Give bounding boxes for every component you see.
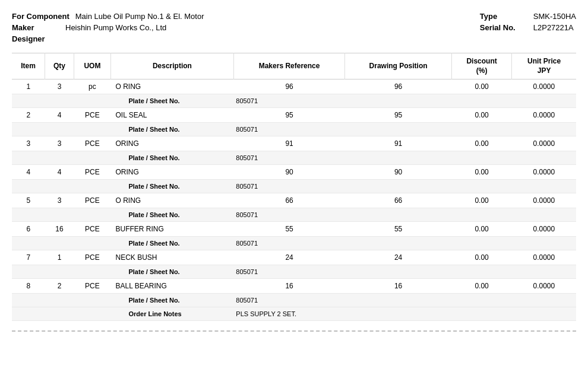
order-empty-3 (74, 307, 110, 321)
table-row: 8 2 PCE BALL BEARING 16 16 0.00 0.0000 (12, 279, 576, 294)
order-line-row: Order Line Notes PLS SUPPLY 2 SET. (12, 307, 576, 321)
plate-empty-2 (45, 237, 74, 250)
plate-empty-5 (451, 151, 511, 165)
cell-qty: 4 (45, 108, 74, 123)
cell-makers-ref: 16 (233, 279, 345, 294)
cell-drawing-pos: 16 (345, 279, 452, 294)
plate-empty-6 (512, 94, 576, 108)
plate-sheet-label: Plate / Sheet No. (110, 180, 233, 193)
plate-empty-4 (345, 208, 452, 222)
table-row: 4 4 PCE ORING 90 90 0.00 0.0000 (12, 165, 576, 180)
plate-empty-6 (512, 265, 576, 279)
cell-item: 6 (12, 222, 45, 237)
plate-sheet-value: 805071 (233, 208, 345, 222)
plate-sheet-value: 805071 (233, 265, 345, 279)
plate-sheet-value: 805071 (233, 94, 345, 108)
table-row: 2 4 PCE OIL SEAL 95 95 0.00 0.0000 (12, 108, 576, 123)
plate-empty-3 (74, 180, 110, 193)
header-left: For Component Main Lube Oil Pump No.1 & … (12, 12, 204, 43)
plate-empty-5 (451, 123, 511, 136)
cell-unit-price: 0.0000 (512, 108, 576, 123)
plate-sheet-label: Plate / Sheet No. (110, 123, 233, 136)
header-right: Type SMK-150HA Serial No. L2P27221A (480, 12, 576, 43)
cell-drawing-pos: 90 (345, 165, 452, 180)
plate-sheet-row: Plate / Sheet No. 805071 (12, 265, 576, 279)
col-description: Description (110, 53, 233, 79)
plate-empty-5 (451, 180, 511, 193)
cell-item: 8 (12, 279, 45, 294)
cell-item: 7 (12, 250, 45, 265)
type-row: Type SMK-150HA (480, 12, 576, 21)
plate-empty-2 (45, 208, 74, 222)
cell-uom: PCE (74, 279, 110, 294)
cell-description: BUFFER RING (110, 222, 233, 237)
cell-discount: 0.00 (451, 165, 511, 180)
plate-empty-3 (74, 123, 110, 136)
plate-empty-6 (512, 123, 576, 136)
for-component-label: For Component (12, 12, 69, 21)
plate-empty-6 (512, 151, 576, 165)
header-section: For Component Main Lube Oil Pump No.1 & … (12, 12, 576, 43)
table-row: 5 3 PCE O RING 66 66 0.00 0.0000 (12, 193, 576, 208)
table-row: 7 1 PCE NECK BUSH 24 24 0.00 0.0000 (12, 250, 576, 265)
cell-discount: 0.00 (451, 222, 511, 237)
plate-empty-2 (45, 294, 74, 307)
plate-empty-3 (74, 151, 110, 165)
table-row: 6 16 PCE BUFFER RING 55 55 0.00 0.0000 (12, 222, 576, 237)
cell-drawing-pos: 96 (345, 79, 452, 94)
cell-makers-ref: 24 (233, 250, 345, 265)
cell-unit-price: 0.0000 (512, 79, 576, 94)
plate-empty-1 (12, 94, 45, 108)
cell-discount: 0.00 (451, 279, 511, 294)
cell-uom: PCE (74, 165, 110, 180)
plate-sheet-row: Plate / Sheet No. 805071 (12, 208, 576, 222)
cell-description: O RING (110, 79, 233, 94)
plate-empty-4 (345, 237, 452, 250)
maker-row: Maker Heishin Pump Works Co., Ltd (12, 23, 204, 32)
plate-empty-2 (45, 265, 74, 279)
plate-empty-1 (12, 123, 45, 136)
plate-empty-1 (12, 208, 45, 222)
order-empty-1 (12, 307, 45, 321)
col-item: Item (12, 53, 45, 79)
plate-sheet-value: 805071 (233, 180, 345, 193)
cell-makers-ref: 66 (233, 193, 345, 208)
cell-unit-price: 0.0000 (512, 250, 576, 265)
for-component-value: Main Lube Oil Pump No.1 & El. Motor (75, 12, 204, 21)
cell-uom: PCE (74, 222, 110, 237)
plate-empty-1 (12, 180, 45, 193)
plate-sheet-label: Plate / Sheet No. (110, 208, 233, 222)
plate-empty-4 (345, 151, 452, 165)
cell-item: 4 (12, 165, 45, 180)
cell-qty: 2 (45, 279, 74, 294)
plate-empty-4 (345, 265, 452, 279)
serial-label: Serial No. (480, 23, 527, 32)
plate-empty-5 (451, 94, 511, 108)
plate-empty-2 (45, 123, 74, 136)
cell-item: 3 (12, 136, 45, 151)
plate-empty-4 (345, 123, 452, 136)
serial-group: Serial No. L2P27221A (480, 23, 576, 32)
cell-makers-ref: 95 (233, 108, 345, 123)
cell-unit-price: 0.0000 (512, 136, 576, 151)
type-label: Type (480, 12, 527, 21)
cell-makers-ref: 91 (233, 136, 345, 151)
cell-qty: 4 (45, 165, 74, 180)
plate-empty-1 (12, 151, 45, 165)
plate-empty-5 (451, 265, 511, 279)
plate-empty-1 (12, 237, 45, 250)
plate-sheet-value: 805071 (233, 237, 345, 250)
cell-drawing-pos: 91 (345, 136, 452, 151)
cell-qty: 16 (45, 222, 74, 237)
cell-description: BALL BEARING (110, 279, 233, 294)
type-value: SMK-150HA (533, 12, 576, 21)
plate-sheet-value: 805071 (233, 151, 345, 165)
cell-qty: 3 (45, 136, 74, 151)
col-uom: UOM (74, 53, 110, 79)
cell-unit-price: 0.0000 (512, 165, 576, 180)
cell-qty: 1 (45, 250, 74, 265)
serial-value: L2P27221A (533, 23, 574, 32)
cell-makers-ref: 96 (233, 79, 345, 94)
plate-empty-5 (451, 294, 511, 307)
cell-makers-ref: 55 (233, 222, 345, 237)
